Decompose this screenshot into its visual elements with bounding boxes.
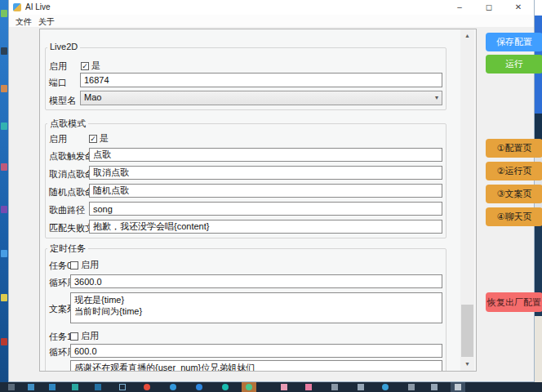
model-select[interactable]: Mao ▾: [80, 91, 442, 105]
taskbar-app-icon[interactable]: [408, 384, 415, 390]
close-button[interactable]: ✕: [508, 0, 529, 15]
taskbar-app-icon[interactable]: [382, 384, 389, 390]
checkbox-label: 是: [100, 132, 109, 145]
desktop-icon-fragment: [1, 163, 7, 171]
song-row-label: 歌曲路径: [49, 204, 85, 216]
taskbar-app-icon[interactable]: [281, 384, 287, 390]
minimize-button[interactable]: –: [449, 0, 470, 15]
tab-chat-page[interactable]: ④聊天页: [486, 207, 542, 226]
config-form-panel: Live2D 启用 ✓ 是 端口 模型名 Mao ▾ 点歌模式 启用 ✓ 是 点…: [39, 29, 477, 372]
checkbox-label: 是: [91, 60, 100, 72]
song-enable-label: 启用: [49, 133, 67, 145]
desktop-icon-fragment: [1, 250, 7, 257]
task1-text-list[interactable]: 感谢还在观看直播的{user_num}位兄弟姐妹们: [70, 360, 442, 372]
taskbar-app-icon[interactable]: [119, 384, 126, 390]
taskbar-app-icon[interactable]: [144, 384, 150, 390]
task0-label: 任务0: [49, 260, 72, 272]
taskbar-app-icon[interactable]: [196, 384, 202, 390]
desktop-icon-fragment: [1, 10, 7, 17]
live2d-enable-checkbox[interactable]: ✓ 是: [81, 60, 100, 72]
tab-text-page[interactable]: ③文案页: [486, 185, 542, 203]
taskbar-app-icon[interactable]: [358, 384, 364, 390]
taskbar: [0, 382, 542, 392]
desktop-edge-strip: [0, 0, 8, 392]
menu-about[interactable]: 关于: [35, 16, 58, 29]
app-logo-icon: [13, 3, 21, 11]
desktop-icon-fragment: [1, 47, 7, 55]
cycle0-input[interactable]: [70, 274, 442, 288]
task0-text-list[interactable]: 现在是{time} 当前时间为{time}: [70, 292, 442, 323]
group-live2d-title: Live2D: [47, 42, 80, 51]
desktop-icon-fragment: [1, 85, 7, 92]
window-title: AI Live: [25, 2, 51, 11]
checkbox-label: 启用: [81, 259, 99, 271]
song-fail-text-input[interactable]: [89, 220, 442, 234]
vertical-scrollbar[interactable]: ▲ ▼: [460, 29, 474, 371]
taskbar-app-icon[interactable]: [72, 384, 78, 390]
song-trigger-input[interactable]: [89, 148, 442, 162]
taskbar-app-icon[interactable]: [431, 384, 438, 390]
factory-reset-button[interactable]: 恢复出厂配置: [486, 292, 542, 312]
checkbox-checked-icon[interactable]: ✓: [89, 135, 97, 143]
tab-config-page[interactable]: ①配置页: [486, 139, 542, 158]
taskbar-app-icon[interactable]: [331, 384, 338, 390]
taskbar-app-icon: [246, 384, 252, 390]
checkbox-checked-icon[interactable]: ✓: [81, 62, 89, 70]
taskbar-app-icon[interactable]: [28, 384, 34, 390]
taskbar-app-icon[interactable]: [170, 384, 176, 390]
menu-file[interactable]: 文件: [12, 16, 35, 29]
scroll-down-icon[interactable]: ▼: [460, 358, 474, 371]
checkbox-label: 启用: [81, 330, 99, 342]
group-song-title: 点歌模式: [47, 118, 88, 130]
desktop-icon-fragment: [1, 206, 7, 213]
maximize-button[interactable]: ◻: [478, 0, 500, 15]
port-input[interactable]: [80, 73, 442, 87]
song-cancel-input[interactable]: [89, 166, 442, 180]
taskbar-app-icon[interactable]: [222, 384, 229, 390]
song-enable-checkbox[interactable]: ✓ 是: [89, 132, 109, 145]
task1-label: 任务1: [49, 331, 72, 343]
tab-run-page[interactable]: ②运行页: [486, 162, 542, 180]
run-button[interactable]: 运行: [486, 55, 542, 74]
scroll-up-icon[interactable]: ▲: [460, 29, 474, 42]
taskbar-app-icon[interactable]: [305, 384, 312, 390]
desktop-screen: AI Live – ◻ ✕ 文件 关于 Live2D 启用 ✓ 是 端口 模型名…: [0, 0, 542, 392]
taskbar-hovered-app[interactable]: [451, 382, 465, 392]
menubar: 文件 关于: [9, 15, 534, 27]
save-config-button[interactable]: 保存配置: [486, 33, 542, 51]
background-window-block: [535, 316, 542, 382]
model-label: 模型名: [49, 95, 76, 107]
taskbar-app-icon[interactable]: [95, 384, 101, 390]
titlebar: AI Live – ◻ ✕: [9, 0, 534, 15]
taskbar-active-app[interactable]: [242, 382, 256, 392]
task1-enable-checkbox[interactable]: 启用: [70, 330, 99, 342]
group-timer-title: 定时任务: [47, 243, 88, 255]
task0-enable-checkbox[interactable]: 启用: [70, 259, 99, 271]
desktop-icon-fragment: [1, 294, 7, 301]
song-random-input[interactable]: [89, 184, 442, 198]
scrollbar-thumb[interactable]: [461, 305, 473, 357]
live2d-enable-label: 启用: [49, 60, 67, 73]
checkbox-unchecked-icon[interactable]: [70, 261, 78, 270]
song-path-input[interactable]: [89, 202, 442, 216]
port-label: 端口: [49, 77, 67, 89]
cycle1-input[interactable]: [70, 344, 442, 358]
taskbar-app-icon: [455, 384, 461, 390]
model-select-value: Mao: [84, 92, 101, 102]
taskbar-app-icon[interactable]: [49, 384, 56, 390]
taskbar-app-icon[interactable]: [8, 384, 15, 390]
chevron-down-icon: ▾: [435, 94, 438, 101]
desktop-icon-fragment: [1, 122, 7, 130]
app-window: AI Live – ◻ ✕ 文件 关于 Live2D 启用 ✓ 是 端口 模型名…: [8, 0, 535, 382]
checkbox-unchecked-icon[interactable]: [70, 332, 78, 341]
desktop-icon-fragment: [1, 338, 7, 345]
